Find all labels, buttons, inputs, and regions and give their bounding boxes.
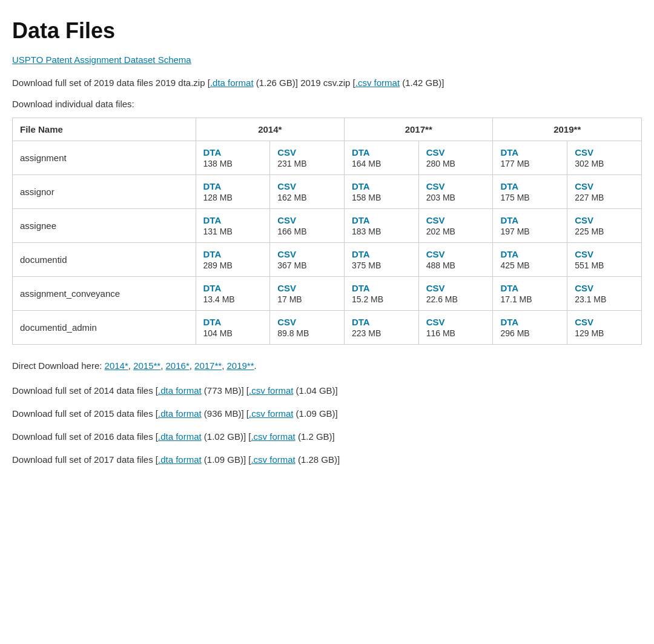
csv-link[interactable]: CSV <box>277 249 296 259</box>
csv-link[interactable]: CSV <box>575 215 593 225</box>
csv-size: 203 MB <box>426 193 455 202</box>
individual-label: Download individual data files: <box>12 99 642 109</box>
csv-size: 17 MB <box>277 294 302 304</box>
direct-link-2016[interactable]: 2016* <box>166 360 190 371</box>
csv-link[interactable]: CSV <box>426 249 445 259</box>
csv-link[interactable]: CSV <box>277 147 296 158</box>
dta-size: 15.2 MB <box>352 294 383 304</box>
csv-link[interactable]: CSV <box>277 317 296 327</box>
col-header-filename: File Name <box>13 118 196 141</box>
direct-link-2017[interactable]: 2017** <box>194 360 222 371</box>
csv-link[interactable]: CSV <box>426 317 445 327</box>
csv-link[interactable]: CSV <box>277 215 296 225</box>
dta-cell-documentid-2014: DTA289 MB <box>196 243 270 277</box>
dta-link[interactable]: DTA <box>203 283 222 293</box>
bottom-dta-link[interactable]: .dta format <box>158 408 202 419</box>
csv-size: 302 MB <box>575 159 604 168</box>
csv-size: 367 MB <box>277 261 306 270</box>
bottom-csv-link[interactable]: .csv format <box>251 431 295 442</box>
dta-format-link-2019[interactable]: .dta format <box>210 78 254 88</box>
csv-cell-assignor-2014: CSV162 MB <box>270 175 345 209</box>
dta-link[interactable]: DTA <box>203 181 222 191</box>
csv-link[interactable]: CSV <box>426 181 445 191</box>
csv-link[interactable]: CSV <box>575 147 593 158</box>
dta-cell-assignment_conveyance-2017: DTA15.2 MB <box>344 277 418 311</box>
csv-size: 166 MB <box>277 227 306 236</box>
download-2019-dta-size: (1.26 GB)] 2019 csv.zip [ <box>256 78 355 88</box>
csv-link[interactable]: CSV <box>575 249 593 259</box>
dta-link[interactable]: DTA <box>203 317 222 327</box>
dta-link[interactable]: DTA <box>500 283 518 293</box>
bottom-dta-link[interactable]: .dta format <box>158 385 202 396</box>
table-row: assignmentDTA138 MBCSV231 MBDTA164 MBCSV… <box>13 141 642 175</box>
csv-size: 162 MB <box>277 193 306 202</box>
bottom-download-0: Download full set of 2014 data files [.d… <box>12 383 642 398</box>
csv-link[interactable]: CSV <box>426 147 445 158</box>
bottom-csv-link[interactable]: .csv format <box>251 454 295 465</box>
dta-size: 138 MB <box>203 159 233 168</box>
bottom-csv-link[interactable]: .csv format <box>249 385 293 396</box>
bottom-download-1: Download full set of 2015 data files [.d… <box>12 407 642 421</box>
table-row: assignment_conveyanceDTA13.4 MBCSV17 MBD… <box>13 277 642 311</box>
dta-size: 131 MB <box>203 227 233 236</box>
dta-cell-documentid_admin-2017: DTA223 MB <box>344 311 418 345</box>
csv-cell-assignment-2019: CSV302 MB <box>567 141 642 175</box>
bottom-dta-link[interactable]: .dta format <box>158 454 202 465</box>
csv-cell-assignment_conveyance-2017: CSV22.6 MB <box>418 277 493 311</box>
csv-link[interactable]: CSV <box>575 181 593 191</box>
schema-link[interactable]: USPTO Patent Assignment Dataset Schema <box>12 55 191 65</box>
col-header-2017: 2017** <box>344 118 492 141</box>
dta-link[interactable]: DTA <box>352 249 370 259</box>
dta-link[interactable]: DTA <box>352 215 370 225</box>
csv-link[interactable]: CSV <box>277 181 296 191</box>
dta-cell-documentid-2019: DTA425 MB <box>493 243 567 277</box>
csv-size: 280 MB <box>426 159 455 168</box>
direct-link-2015[interactable]: 2015** <box>133 360 160 371</box>
direct-link-2014[interactable]: 2014* <box>105 360 128 371</box>
table-row: assignorDTA128 MBCSV162 MBDTA158 MBCSV20… <box>13 175 642 209</box>
dta-link[interactable]: DTA <box>500 215 518 225</box>
csv-size: 225 MB <box>575 227 604 236</box>
dta-link[interactable]: DTA <box>500 147 518 158</box>
csv-link[interactable]: CSV <box>277 283 296 293</box>
dta-link[interactable]: DTA <box>500 317 518 327</box>
dta-link[interactable]: DTA <box>203 215 222 225</box>
dta-size: 17.1 MB <box>500 294 532 304</box>
table-row: assigneeDTA131 MBCSV166 MBDTA183 MBCSV20… <box>13 209 642 243</box>
file-name-cell: assignee <box>13 209 196 243</box>
col-header-2019: 2019** <box>493 118 642 141</box>
csv-cell-documentid_admin-2014: CSV89.8 MB <box>270 311 345 345</box>
bottom-csv-link[interactable]: .csv format <box>249 408 293 419</box>
dta-size: 13.4 MB <box>203 294 235 304</box>
csv-size: 89.8 MB <box>277 328 309 338</box>
csv-link[interactable]: CSV <box>575 317 593 327</box>
col-header-2014: 2014* <box>196 118 344 141</box>
dta-size: 175 MB <box>500 193 529 202</box>
file-name-cell: assignor <box>13 175 196 209</box>
dta-cell-assignor-2014: DTA128 MB <box>196 175 270 209</box>
dta-link[interactable]: DTA <box>352 181 370 191</box>
direct-link-2019[interactable]: 2019** <box>226 360 254 371</box>
bottom-dta-link[interactable]: .dta format <box>158 431 202 442</box>
csv-size: 202 MB <box>426 227 455 236</box>
dta-link[interactable]: DTA <box>352 147 370 158</box>
dta-link[interactable]: DTA <box>500 181 518 191</box>
csv-format-link-2019[interactable]: .csv format <box>355 78 400 88</box>
dta-size: 177 MB <box>500 159 529 168</box>
dta-link[interactable]: DTA <box>203 147 222 158</box>
csv-cell-assignment-2014: CSV231 MB <box>270 141 345 175</box>
download-2019-csv-size: (1.42 GB)] <box>402 78 444 88</box>
csv-link[interactable]: CSV <box>426 283 445 293</box>
dta-link[interactable]: DTA <box>500 249 518 259</box>
dta-link[interactable]: DTA <box>352 317 370 327</box>
csv-cell-assignee-2014: CSV166 MB <box>270 209 345 243</box>
csv-link[interactable]: CSV <box>575 283 593 293</box>
dta-cell-assignment-2014: DTA138 MB <box>196 141 270 175</box>
file-name-cell: documentid <box>13 243 196 277</box>
dta-link[interactable]: DTA <box>352 283 370 293</box>
dta-cell-assignment_conveyance-2019: DTA17.1 MB <box>493 277 567 311</box>
file-name-cell: assignment <box>13 141 196 175</box>
dta-cell-assignor-2019: DTA175 MB <box>493 175 567 209</box>
csv-link[interactable]: CSV <box>426 215 445 225</box>
dta-link[interactable]: DTA <box>203 249 222 259</box>
